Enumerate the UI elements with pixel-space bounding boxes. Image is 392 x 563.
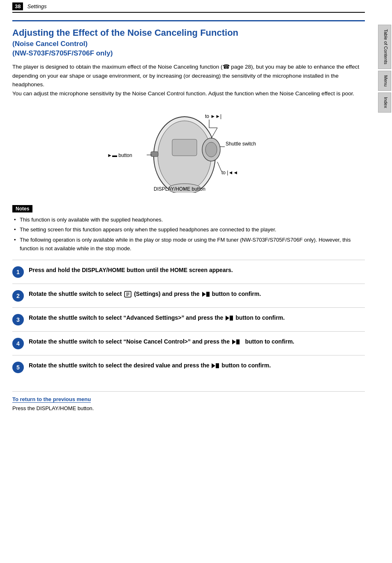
note-item: The following operation is only availabl… — [12, 236, 365, 253]
step-circle-3: 3 — [12, 314, 24, 325]
notes-label: Notes — [12, 205, 32, 212]
diagram-svg: to ►►| ►▬ button Shuttle switch to |◄◄ D… — [90, 111, 287, 193]
step-3: 3 Rotate the shuttle switch to select “A… — [12, 307, 365, 331]
note-item: The setting screen for this function app… — [12, 226, 365, 234]
return-title: To return to the previous menu — [12, 396, 91, 403]
page-number: 38 — [12, 2, 23, 10]
play-stop-icon — [202, 292, 210, 297]
step-text-4: Rotate the shuttle switch to select “Noi… — [29, 337, 365, 346]
play-stop-icon — [212, 363, 219, 368]
notes-list: This function is only available with the… — [12, 216, 365, 253]
step-text-1: Press and hold the DISPLAY/HOME button u… — [29, 266, 365, 275]
step-circle-1: 1 — [12, 266, 24, 278]
device-diagram: to ►►| ►▬ button Shuttle switch to |◄◄ D… — [12, 106, 365, 197]
note-item: This function is only available with the… — [12, 216, 365, 224]
step-2: 2 Rotate the shuttle switch to select (S… — [12, 284, 365, 307]
step-circle-4: 4 — [12, 338, 24, 349]
step-5: 5 Rotate the shuttle switch to select th… — [12, 355, 365, 379]
body-text: The player is designed to obtain the max… — [12, 62, 365, 98]
play-stop-icon — [226, 316, 233, 321]
return-text: Press the DISPLAY/HOME button. — [12, 404, 365, 413]
header-bar: 38 Settings — [12, 0, 365, 13]
step-circle-2: 2 — [12, 290, 24, 302]
tab-menu[interactable]: Menu — [378, 71, 391, 91]
tab-toc[interactable]: Table of Contents — [378, 25, 391, 69]
play-stop-icon — [232, 339, 240, 344]
svg-text:►▬ button: ►▬ button — [107, 152, 132, 158]
bottom-section: To return to the previous menu Press the… — [12, 391, 365, 413]
steps-container: 1 Press and hold the DISPLAY/HOME button… — [12, 260, 365, 379]
svg-text:to ►►|: to ►►| — [205, 113, 221, 119]
step-text-3: Rotate the shuttle switch to select “Adv… — [29, 314, 365, 322]
step-circle-5: 5 — [12, 362, 24, 373]
step-4: 4 Rotate the shuttle switch to select “N… — [12, 331, 365, 355]
tab-index[interactable]: Index — [378, 92, 391, 113]
notes-box: Notes This function is only available wi… — [12, 205, 365, 253]
svg-rect-5 — [151, 152, 158, 157]
svg-text:DISPLAY/HOME button: DISPLAY/HOME button — [154, 186, 205, 192]
step-1: 1 Press and hold the DISPLAY/HOME button… — [12, 260, 365, 284]
right-tabs: Table of Contents Menu Index — [377, 0, 392, 563]
step-text-2: Rotate the shuttle switch to select (Set… — [29, 290, 365, 298]
svg-line-10 — [211, 128, 217, 138]
svg-point-4 — [205, 142, 217, 157]
subtitle1: (Noise Cancel Control) (NW-S703F/S705F/S… — [12, 39, 365, 59]
svg-line-16 — [217, 162, 221, 171]
svg-text:to |◄◄: to |◄◄ — [221, 170, 238, 175]
section-title: Settings — [27, 3, 46, 9]
settings-icon — [124, 291, 131, 298]
main-heading: Adjusting the Effect of the Noise Cancel… — [12, 20, 365, 58]
svg-text:Shuttle switch: Shuttle switch — [226, 141, 256, 147]
step-text-5: Rotate the shuttle switch to select the … — [29, 361, 365, 370]
svg-rect-2 — [172, 139, 197, 156]
